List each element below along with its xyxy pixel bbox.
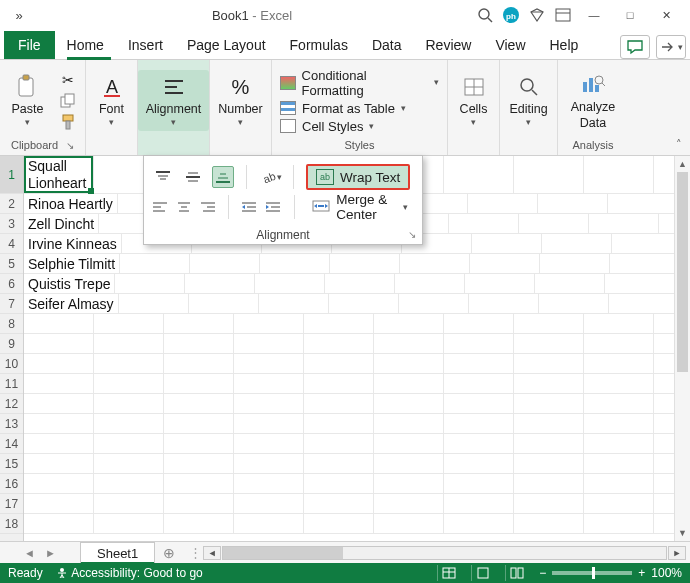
chevron-down-icon: ▾ bbox=[526, 118, 531, 127]
align-middle-button[interactable] bbox=[182, 166, 204, 188]
cells-icon bbox=[461, 74, 487, 100]
account-icon[interactable]: ph bbox=[498, 2, 524, 28]
scroll-thumb[interactable] bbox=[223, 547, 343, 559]
sheet-tab-sheet1[interactable]: Sheet1 bbox=[80, 542, 155, 563]
tab-formulas[interactable]: Formulas bbox=[278, 31, 360, 59]
page-layout-view-icon[interactable] bbox=[471, 565, 493, 581]
format-as-table-button[interactable]: Format as Table▾ bbox=[280, 101, 406, 116]
doc-name: Book1 bbox=[212, 8, 249, 23]
align-bottom-button[interactable] bbox=[212, 166, 234, 188]
collapse-ribbon-icon[interactable]: ˄ bbox=[668, 60, 690, 155]
zoom-in-icon[interactable]: + bbox=[638, 566, 645, 580]
cells-button[interactable]: Cells ▾ bbox=[454, 72, 494, 129]
tab-data[interactable]: Data bbox=[360, 31, 414, 59]
merge-center-button[interactable]: Merge & Center ▾ bbox=[306, 189, 414, 225]
row-header-18[interactable]: 18 bbox=[0, 514, 23, 534]
analyze-data-button[interactable]: Analyze Data bbox=[565, 70, 621, 132]
horizontal-scrollbar[interactable] bbox=[222, 546, 667, 560]
align-top-button[interactable] bbox=[152, 166, 174, 188]
zoom-value[interactable]: 100% bbox=[651, 566, 682, 580]
number-button[interactable]: % Number ▾ bbox=[212, 72, 268, 129]
zoom-out-icon[interactable]: − bbox=[539, 566, 546, 580]
font-icon: A bbox=[99, 74, 125, 100]
comments-button[interactable] bbox=[620, 35, 650, 59]
page-break-view-icon[interactable] bbox=[505, 565, 527, 581]
copy-icon[interactable] bbox=[57, 92, 79, 110]
row-header-1[interactable]: 1 bbox=[0, 156, 23, 194]
tab-review[interactable]: Review bbox=[414, 31, 484, 59]
normal-view-icon[interactable] bbox=[437, 565, 459, 581]
align-left-button[interactable] bbox=[152, 196, 168, 218]
cell-a6[interactable]: Quistis Trepe bbox=[24, 274, 115, 293]
paste-button[interactable]: Paste ▾ bbox=[6, 72, 50, 129]
tab-home[interactable]: Home bbox=[55, 31, 116, 59]
splitter-icon[interactable]: ⋮ bbox=[187, 545, 203, 560]
increase-indent-button[interactable] bbox=[265, 196, 281, 218]
zoom-slider[interactable] bbox=[552, 571, 632, 575]
tab-view[interactable]: View bbox=[483, 31, 537, 59]
cell-a3[interactable]: Zell Dincht bbox=[24, 214, 99, 233]
close-button[interactable]: ✕ bbox=[648, 1, 684, 29]
tab-page-layout[interactable]: Page Layout bbox=[175, 31, 278, 59]
cell-a4[interactable]: Irvine Kinneas bbox=[24, 234, 122, 253]
share-button[interactable]: ▾ bbox=[656, 35, 686, 59]
font-button[interactable]: A Font ▾ bbox=[93, 72, 131, 129]
zoom-control[interactable]: − + 100% bbox=[539, 566, 682, 580]
minimize-button[interactable]: — bbox=[576, 1, 612, 29]
maximize-button[interactable]: □ bbox=[612, 1, 648, 29]
row-header-17[interactable]: 17 bbox=[0, 494, 23, 514]
vertical-scrollbar[interactable]: ▲ ▼ bbox=[674, 156, 690, 541]
row-header-5[interactable]: 5 bbox=[0, 254, 23, 274]
decrease-indent-button[interactable] bbox=[241, 196, 257, 218]
dialog-launcher-icon[interactable]: ↘ bbox=[408, 229, 416, 240]
conditional-formatting-button[interactable]: Conditional Formatting▾ bbox=[280, 68, 439, 98]
cell-styles-button[interactable]: Cell Styles▾ bbox=[280, 119, 374, 134]
scroll-left-icon[interactable]: ◄ bbox=[203, 546, 221, 560]
align-right-button[interactable] bbox=[200, 196, 216, 218]
svg-rect-23 bbox=[583, 82, 587, 92]
row-header-12[interactable]: 12 bbox=[0, 394, 23, 414]
alignment-label: Alignment bbox=[146, 102, 202, 116]
scroll-thumb[interactable] bbox=[677, 172, 688, 372]
wrap-text-icon: ab bbox=[316, 169, 334, 185]
row-header-15[interactable]: 15 bbox=[0, 454, 23, 474]
row-header-10[interactable]: 10 bbox=[0, 354, 23, 374]
format-painter-icon[interactable] bbox=[57, 113, 79, 131]
ribbon-options-icon[interactable] bbox=[550, 2, 576, 28]
row-header-9[interactable]: 9 bbox=[0, 334, 23, 354]
cell-a7[interactable]: Seifer Almasy bbox=[24, 294, 119, 313]
row-header-8[interactable]: 8 bbox=[0, 314, 23, 334]
row-header-7[interactable]: 7 bbox=[0, 294, 23, 314]
dialog-launcher-icon[interactable]: ↘ bbox=[66, 140, 74, 151]
scroll-up-icon[interactable]: ▲ bbox=[675, 156, 690, 172]
cell-a5[interactable]: Selphie Tilmitt bbox=[24, 254, 120, 273]
scroll-down-icon[interactable]: ▼ bbox=[675, 525, 690, 541]
cell-a2[interactable]: Rinoa Heartly bbox=[24, 194, 118, 213]
row-header-4[interactable]: 4 bbox=[0, 234, 23, 254]
accessibility-status[interactable]: Accessibility: Good to go bbox=[55, 566, 203, 580]
row-header-11[interactable]: 11 bbox=[0, 374, 23, 394]
cut-icon[interactable]: ✂ bbox=[57, 71, 79, 89]
row-header-16[interactable]: 16 bbox=[0, 474, 23, 494]
tab-help[interactable]: Help bbox=[538, 31, 591, 59]
orientation-button[interactable]: ab▾ bbox=[259, 166, 281, 188]
sheet-nav-next-icon[interactable]: ► bbox=[45, 547, 56, 559]
alignment-button[interactable]: Alignment ▾ bbox=[138, 70, 210, 131]
row-header-3[interactable]: 3 bbox=[0, 214, 23, 234]
row-header-2[interactable]: 2 bbox=[0, 194, 23, 214]
editing-button[interactable]: Editing ▾ bbox=[503, 72, 553, 129]
quick-access-more-icon[interactable]: » bbox=[6, 2, 32, 28]
tab-file[interactable]: File bbox=[4, 31, 55, 59]
search-icon[interactable] bbox=[472, 2, 498, 28]
diamond-icon[interactable] bbox=[524, 2, 550, 28]
new-sheet-button[interactable]: ⊕ bbox=[155, 542, 183, 563]
cell-a1[interactable]: Squall Lionheart bbox=[24, 156, 94, 193]
row-header-6[interactable]: 6 bbox=[0, 274, 23, 294]
sheet-nav-prev-icon[interactable]: ◄ bbox=[24, 547, 35, 559]
align-center-button[interactable] bbox=[176, 196, 192, 218]
scroll-right-icon[interactable]: ► bbox=[668, 546, 686, 560]
tab-insert[interactable]: Insert bbox=[116, 31, 175, 59]
wrap-text-button[interactable]: ab Wrap Text bbox=[306, 164, 410, 190]
row-header-14[interactable]: 14 bbox=[0, 434, 23, 454]
row-header-13[interactable]: 13 bbox=[0, 414, 23, 434]
